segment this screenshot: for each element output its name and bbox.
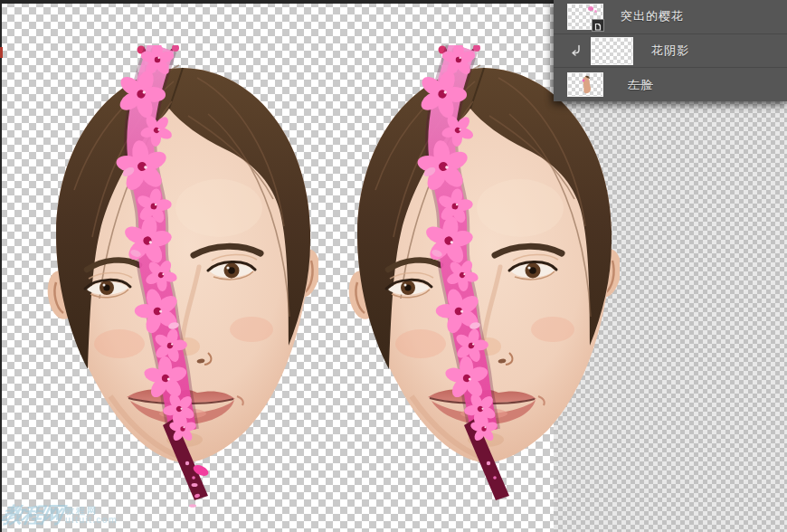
thumbnail-content (594, 10, 597, 13)
layer-name[interactable]: 花阴影 (651, 43, 689, 59)
layer-name[interactable]: 突出的樱花 (621, 8, 684, 24)
layer-row-flower-shadow[interactable]: 花阴影 (554, 34, 787, 69)
window-left-edge (0, 0, 2, 532)
layer-row-left-face[interactable]: 左脸 (554, 68, 787, 101)
layer-thumbnail[interactable] (567, 4, 603, 30)
right-face-image[interactable] (348, 45, 620, 511)
thumbnail-content (568, 73, 602, 96)
left-face-image[interactable] (47, 45, 318, 511)
thumbnail-content (588, 6, 593, 11)
toolbar-color-speck (0, 47, 3, 58)
layer-thumbnail[interactable] (567, 72, 603, 97)
layer-name[interactable]: 左脸 (622, 77, 659, 93)
layers-panel: 突出的樱花 花阴影 左脸 (554, 0, 787, 101)
window-top-edge (0, 0, 554, 4)
smart-object-badge-icon (592, 19, 604, 32)
layer-thumbnail[interactable] (591, 37, 633, 65)
layer-row-highlight-sakura[interactable]: 突出的樱花 (554, 0, 787, 34)
clipping-mask-arrow-icon (570, 44, 583, 57)
